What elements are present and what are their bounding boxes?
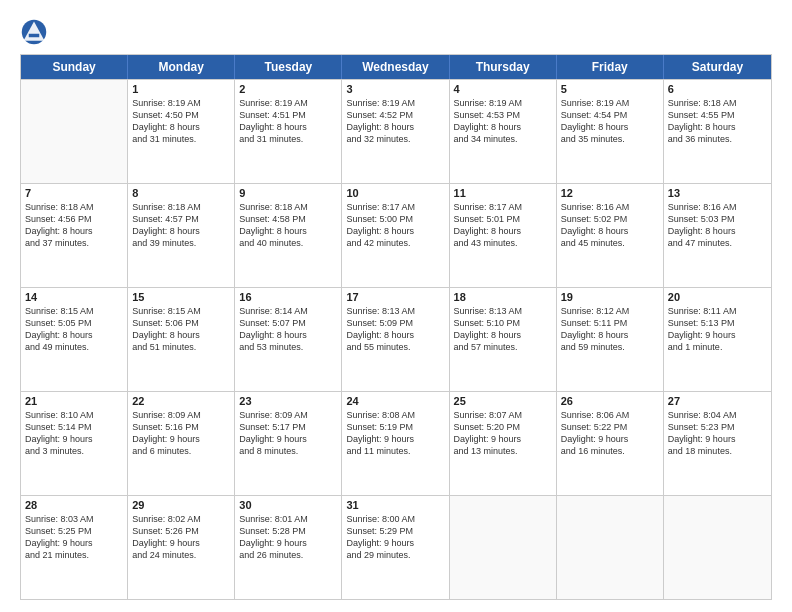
day-number: 16 bbox=[239, 291, 337, 303]
day-number: 25 bbox=[454, 395, 552, 407]
sunset-text: Sunset: 4:51 PM bbox=[239, 109, 337, 121]
header bbox=[20, 18, 772, 46]
sunset-text: Sunset: 5:28 PM bbox=[239, 525, 337, 537]
sunset-text: Sunset: 5:14 PM bbox=[25, 421, 123, 433]
header-day-tuesday: Tuesday bbox=[235, 55, 342, 79]
sunset-text: Sunset: 4:50 PM bbox=[132, 109, 230, 121]
sunset-text: Sunset: 5:26 PM bbox=[132, 525, 230, 537]
day-number: 21 bbox=[25, 395, 123, 407]
daylight-text: Daylight: 8 hours bbox=[239, 121, 337, 133]
day-number: 15 bbox=[132, 291, 230, 303]
daylight-text-cont: and 6 minutes. bbox=[132, 445, 230, 457]
header-day-saturday: Saturday bbox=[664, 55, 771, 79]
daylight-text: Daylight: 8 hours bbox=[132, 329, 230, 341]
logo bbox=[20, 18, 52, 46]
day-number: 7 bbox=[25, 187, 123, 199]
daylight-text-cont: and 43 minutes. bbox=[454, 237, 552, 249]
sunset-text: Sunset: 5:20 PM bbox=[454, 421, 552, 433]
sunrise-text: Sunrise: 8:17 AM bbox=[454, 201, 552, 213]
sunset-text: Sunset: 5:25 PM bbox=[25, 525, 123, 537]
daylight-text: Daylight: 8 hours bbox=[561, 225, 659, 237]
daylight-text: Daylight: 8 hours bbox=[668, 121, 767, 133]
header-day-monday: Monday bbox=[128, 55, 235, 79]
calendar-cell-4-2: 30Sunrise: 8:01 AMSunset: 5:28 PMDayligh… bbox=[235, 496, 342, 599]
daylight-text: Daylight: 8 hours bbox=[561, 329, 659, 341]
calendar-cell-4-6 bbox=[664, 496, 771, 599]
daylight-text-cont: and 42 minutes. bbox=[346, 237, 444, 249]
sunrise-text: Sunrise: 8:18 AM bbox=[239, 201, 337, 213]
daylight-text: Daylight: 9 hours bbox=[346, 537, 444, 549]
daylight-text-cont: and 47 minutes. bbox=[668, 237, 767, 249]
daylight-text: Daylight: 8 hours bbox=[132, 121, 230, 133]
sunrise-text: Sunrise: 8:10 AM bbox=[25, 409, 123, 421]
sunset-text: Sunset: 4:56 PM bbox=[25, 213, 123, 225]
calendar-row-0: 1Sunrise: 8:19 AMSunset: 4:50 PMDaylight… bbox=[21, 79, 771, 183]
header-day-wednesday: Wednesday bbox=[342, 55, 449, 79]
sunset-text: Sunset: 4:52 PM bbox=[346, 109, 444, 121]
day-number: 14 bbox=[25, 291, 123, 303]
daylight-text-cont: and 37 minutes. bbox=[25, 237, 123, 249]
calendar-header: SundayMondayTuesdayWednesdayThursdayFrid… bbox=[21, 55, 771, 79]
day-number: 27 bbox=[668, 395, 767, 407]
sunset-text: Sunset: 5:07 PM bbox=[239, 317, 337, 329]
daylight-text: Daylight: 9 hours bbox=[132, 537, 230, 549]
sunset-text: Sunset: 5:22 PM bbox=[561, 421, 659, 433]
calendar-row-4: 28Sunrise: 8:03 AMSunset: 5:25 PMDayligh… bbox=[21, 495, 771, 599]
daylight-text: Daylight: 8 hours bbox=[239, 329, 337, 341]
sunset-text: Sunset: 5:09 PM bbox=[346, 317, 444, 329]
svg-rect-2 bbox=[29, 34, 40, 38]
sunrise-text: Sunrise: 8:16 AM bbox=[668, 201, 767, 213]
calendar-cell-1-0: 7Sunrise: 8:18 AMSunset: 4:56 PMDaylight… bbox=[21, 184, 128, 287]
daylight-text-cont: and 21 minutes. bbox=[25, 549, 123, 561]
calendar-cell-0-4: 4Sunrise: 8:19 AMSunset: 4:53 PMDaylight… bbox=[450, 80, 557, 183]
daylight-text: Daylight: 9 hours bbox=[239, 433, 337, 445]
sunrise-text: Sunrise: 8:19 AM bbox=[454, 97, 552, 109]
daylight-text: Daylight: 8 hours bbox=[239, 225, 337, 237]
sunset-text: Sunset: 4:54 PM bbox=[561, 109, 659, 121]
day-number: 5 bbox=[561, 83, 659, 95]
calendar-row-3: 21Sunrise: 8:10 AMSunset: 5:14 PMDayligh… bbox=[21, 391, 771, 495]
day-number: 11 bbox=[454, 187, 552, 199]
daylight-text: Daylight: 8 hours bbox=[454, 329, 552, 341]
daylight-text-cont: and 32 minutes. bbox=[346, 133, 444, 145]
daylight-text: Daylight: 9 hours bbox=[25, 537, 123, 549]
daylight-text-cont: and 8 minutes. bbox=[239, 445, 337, 457]
calendar-cell-0-2: 2Sunrise: 8:19 AMSunset: 4:51 PMDaylight… bbox=[235, 80, 342, 183]
sunrise-text: Sunrise: 8:00 AM bbox=[346, 513, 444, 525]
sunrise-text: Sunrise: 8:09 AM bbox=[132, 409, 230, 421]
daylight-text: Daylight: 8 hours bbox=[561, 121, 659, 133]
day-number: 10 bbox=[346, 187, 444, 199]
calendar-cell-1-1: 8Sunrise: 8:18 AMSunset: 4:57 PMDaylight… bbox=[128, 184, 235, 287]
page: SundayMondayTuesdayWednesdayThursdayFrid… bbox=[0, 0, 792, 612]
calendar-cell-2-0: 14Sunrise: 8:15 AMSunset: 5:05 PMDayligh… bbox=[21, 288, 128, 391]
sunrise-text: Sunrise: 8:18 AM bbox=[132, 201, 230, 213]
daylight-text-cont: and 16 minutes. bbox=[561, 445, 659, 457]
sunset-text: Sunset: 5:01 PM bbox=[454, 213, 552, 225]
calendar-cell-2-1: 15Sunrise: 8:15 AMSunset: 5:06 PMDayligh… bbox=[128, 288, 235, 391]
day-number: 20 bbox=[668, 291, 767, 303]
daylight-text-cont: and 24 minutes. bbox=[132, 549, 230, 561]
day-number: 26 bbox=[561, 395, 659, 407]
sunrise-text: Sunrise: 8:18 AM bbox=[25, 201, 123, 213]
calendar-cell-4-1: 29Sunrise: 8:02 AMSunset: 5:26 PMDayligh… bbox=[128, 496, 235, 599]
day-number: 22 bbox=[132, 395, 230, 407]
daylight-text-cont: and 45 minutes. bbox=[561, 237, 659, 249]
daylight-text: Daylight: 8 hours bbox=[454, 121, 552, 133]
calendar-cell-3-5: 26Sunrise: 8:06 AMSunset: 5:22 PMDayligh… bbox=[557, 392, 664, 495]
daylight-text-cont: and 49 minutes. bbox=[25, 341, 123, 353]
sunrise-text: Sunrise: 8:09 AM bbox=[239, 409, 337, 421]
sunset-text: Sunset: 5:17 PM bbox=[239, 421, 337, 433]
sunrise-text: Sunrise: 8:06 AM bbox=[561, 409, 659, 421]
sunset-text: Sunset: 4:53 PM bbox=[454, 109, 552, 121]
sunrise-text: Sunrise: 8:14 AM bbox=[239, 305, 337, 317]
daylight-text-cont: and 26 minutes. bbox=[239, 549, 337, 561]
calendar: SundayMondayTuesdayWednesdayThursdayFrid… bbox=[20, 54, 772, 600]
day-number: 4 bbox=[454, 83, 552, 95]
daylight-text: Daylight: 9 hours bbox=[239, 537, 337, 549]
calendar-cell-0-3: 3Sunrise: 8:19 AMSunset: 4:52 PMDaylight… bbox=[342, 80, 449, 183]
header-day-friday: Friday bbox=[557, 55, 664, 79]
calendar-body: 1Sunrise: 8:19 AMSunset: 4:50 PMDaylight… bbox=[21, 79, 771, 599]
calendar-cell-0-5: 5Sunrise: 8:19 AMSunset: 4:54 PMDaylight… bbox=[557, 80, 664, 183]
sunset-text: Sunset: 4:55 PM bbox=[668, 109, 767, 121]
sunrise-text: Sunrise: 8:15 AM bbox=[132, 305, 230, 317]
